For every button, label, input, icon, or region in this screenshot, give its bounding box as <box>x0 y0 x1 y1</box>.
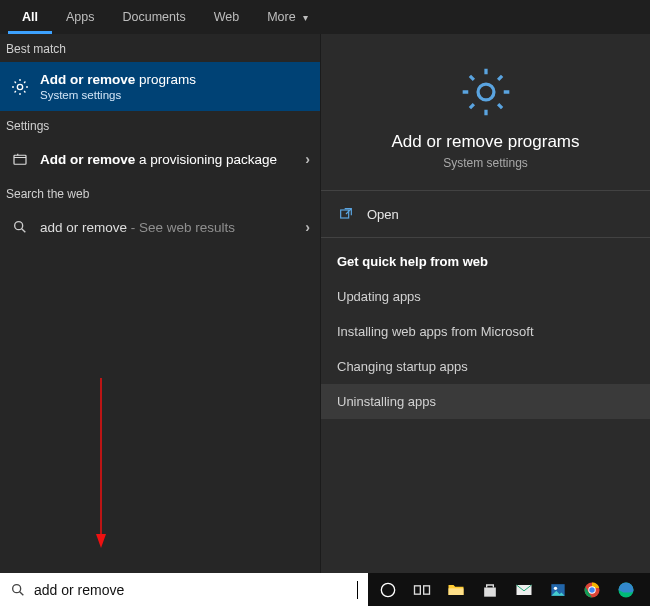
tab-documents[interactable]: Documents <box>108 0 199 34</box>
help-header: Get quick help from web <box>321 238 650 279</box>
chevron-right-icon: › <box>305 219 310 235</box>
gear-icon <box>10 77 30 97</box>
cloud-icon[interactable] <box>646 576 650 604</box>
result-subtitle: System settings <box>40 89 310 101</box>
svg-point-14 <box>554 586 557 589</box>
chevron-right-icon: › <box>305 151 310 167</box>
help-installing-web-apps[interactable]: Installing web apps from Microsoft <box>321 314 650 349</box>
help-changing-startup[interactable]: Changing startup apps <box>321 349 650 384</box>
search-filter-tabs: All Apps Documents Web More ▾ <box>0 0 650 34</box>
open-label: Open <box>367 207 399 222</box>
package-icon <box>10 149 30 169</box>
result-title: Add or remove programs <box>40 72 310 87</box>
best-match-header: Best match <box>0 34 320 62</box>
tab-web[interactable]: Web <box>200 0 253 34</box>
mail-icon[interactable] <box>510 576 538 604</box>
result-title: Add or remove a provisioning package <box>40 152 305 167</box>
result-provisioning-package[interactable]: Add or remove a provisioning package › <box>0 139 320 179</box>
open-icon <box>337 205 355 223</box>
svg-rect-11 <box>449 588 464 595</box>
taskbar-search[interactable] <box>0 573 368 606</box>
search-icon <box>10 582 26 598</box>
svg-point-18 <box>589 587 595 593</box>
text-cursor <box>357 581 358 599</box>
result-web-search[interactable]: add or remove - See web results › <box>0 207 320 247</box>
photos-icon[interactable] <box>544 576 572 604</box>
tab-more[interactable]: More ▾ <box>253 0 322 34</box>
file-explorer-icon[interactable] <box>442 576 470 604</box>
svg-point-8 <box>381 583 394 596</box>
help-uninstalling-apps[interactable]: Uninstalling apps <box>321 384 650 419</box>
cortana-icon[interactable] <box>374 576 402 604</box>
detail-subtitle: System settings <box>331 156 640 170</box>
taskbar <box>0 573 650 606</box>
svg-point-2 <box>15 222 23 230</box>
svg-point-0 <box>17 84 22 89</box>
svg-rect-10 <box>424 585 430 593</box>
search-web-header: Search the web <box>0 179 320 207</box>
store-icon[interactable] <box>476 576 504 604</box>
detail-panel: Add or remove programs System settings O… <box>320 34 650 573</box>
tab-more-label: More <box>267 10 295 24</box>
tab-apps[interactable]: Apps <box>52 0 109 34</box>
open-action[interactable]: Open <box>321 190 650 238</box>
task-view-icon[interactable] <box>408 576 436 604</box>
search-icon <box>10 217 30 237</box>
taskbar-tray <box>368 573 650 606</box>
tab-all[interactable]: All <box>8 0 52 34</box>
svg-point-7 <box>13 584 21 592</box>
svg-rect-1 <box>14 155 26 164</box>
search-input[interactable] <box>34 582 359 598</box>
edge-icon[interactable] <box>612 576 640 604</box>
chrome-icon[interactable] <box>578 576 606 604</box>
settings-header: Settings <box>0 111 320 139</box>
gear-icon <box>331 64 640 120</box>
svg-point-3 <box>478 84 494 100</box>
detail-title: Add or remove programs <box>331 132 640 152</box>
result-title: add or remove - See web results <box>40 220 305 235</box>
chevron-down-icon: ▾ <box>303 1 308 35</box>
result-add-remove-programs[interactable]: Add or remove programs System settings <box>0 62 320 111</box>
svg-rect-4 <box>341 210 349 218</box>
svg-rect-9 <box>415 585 421 593</box>
results-panel: Best match Add or remove programs System… <box>0 34 320 573</box>
help-updating-apps[interactable]: Updating apps <box>321 279 650 314</box>
